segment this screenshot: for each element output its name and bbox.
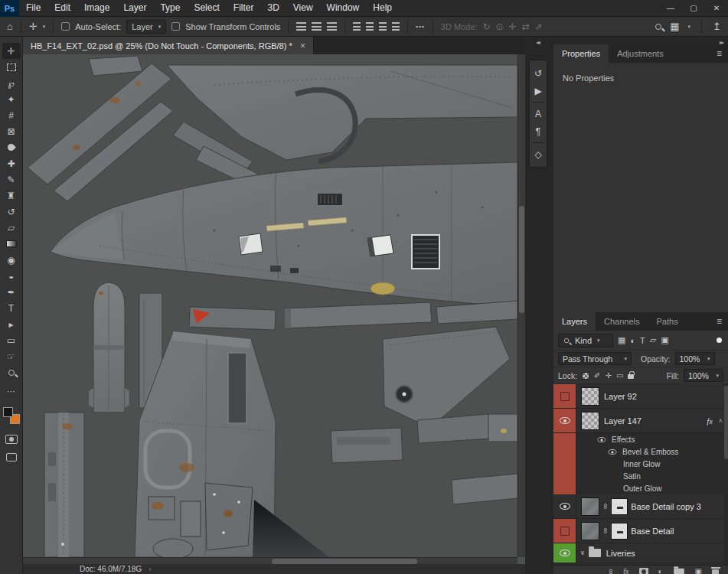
new-group-icon[interactable] [674,569,684,574]
filter-toggle-icon[interactable] [717,338,722,343]
clone-stamp-tool[interactable]: ♜ [2,188,21,204]
horizontal-scrollbar-thumb[interactable] [272,559,417,564]
visibility-gutter[interactable] [553,384,576,408]
filter-pixel-layers-icon[interactable]: ▦ [618,335,625,345]
distribute-bottom-icon[interactable] [379,22,387,31]
3d-panel-icon[interactable]: ◇ [530,145,547,163]
layer-thumbnail[interactable] [581,497,599,516]
visibility-off-icon[interactable] [560,392,570,401]
type-tool[interactable]: T [2,300,21,316]
menu-layer[interactable]: Layer [116,0,153,16]
layer-row[interactable]: Layer 147 fx ∧ [553,409,728,433]
group-name[interactable]: Liveries [606,549,635,558]
align-center-icon[interactable] [312,22,322,31]
fx-badge[interactable]: fx [707,416,713,426]
mask-link-icon[interactable]: ∞ [602,528,610,533]
tab-close-icon[interactable]: ✕ [300,42,306,50]
visibility-gutter[interactable] [553,543,576,563]
distribute-top-icon[interactable] [353,22,361,31]
visibility-off-icon[interactable] [560,527,570,536]
tool-preset-arrow-icon[interactable]: ▾ [43,24,46,30]
foreground-color-swatch[interactable] [3,407,13,417]
eye-icon[interactable] [560,503,570,510]
shape-tool[interactable]: ▭ [2,332,21,348]
brush-tool[interactable]: ✎ [2,171,21,188]
lock-position-icon[interactable]: ✛ [606,371,612,380]
align-left-icon[interactable] [296,22,306,31]
mask-thumbnail[interactable] [611,523,628,540]
maximize-button[interactable]: ▢ [682,0,705,16]
link-layers-icon[interactable]: ∞ [607,569,615,574]
share-icon[interactable]: ↥ [713,21,721,32]
menu-image[interactable]: Image [77,0,116,16]
marquee-tool[interactable] [2,59,21,75]
delete-layer-icon[interactable] [712,569,719,574]
home-icon[interactable]: ⌂ [7,21,13,32]
edit-toolbar-icon[interactable]: ⋯ [7,386,15,396]
distribute-middle-icon[interactable] [366,22,374,31]
visibility-gutter[interactable] [553,409,576,432]
filter-shape-layers-icon[interactable]: ▱ [650,335,656,345]
expand-group-icon[interactable]: ∨ [580,550,585,556]
lock-pixels-icon[interactable]: ✐ [594,371,600,380]
fill-dropdown[interactable]: 100% ▾ [684,369,723,382]
add-mask-icon[interactable] [639,568,648,574]
layer-name[interactable]: Base Detail copy 3 [631,502,701,511]
tab-layers[interactable]: Layers [553,312,596,331]
visibility-gutter[interactable] [553,494,576,518]
filter-type-layers-icon[interactable]: T [640,336,645,345]
dodge-tool[interactable]: ◒ [2,268,21,284]
group-row[interactable]: ∨ Liveries [553,543,728,563]
document-tab[interactable]: HB_F14_EXT_02.psd @ 25% (Do Not Touch - … [23,37,314,54]
layer-thumbnail[interactable] [581,522,599,540]
horizontal-scrollbar[interactable] [23,557,517,564]
effect-row[interactable]: Satin [553,470,728,482]
eraser-tool[interactable]: ▱ [2,220,21,236]
visibility-gutter[interactable] [553,519,576,543]
layer-thumbnail[interactable] [581,387,599,406]
tab-paths[interactable]: Paths [648,312,687,331]
eye-icon[interactable] [560,550,570,556]
mask-thumbnail[interactable] [611,498,628,515]
lock-transparency-icon[interactable] [582,372,589,380]
history-brush-tool[interactable]: ↺ [2,204,21,220]
layer-row[interactable]: Layer 92 [553,384,728,409]
filter-smart-objects-icon[interactable]: ▣ [661,335,668,345]
crop-tool[interactable]: # [2,107,21,123]
auto-select-dropdown[interactable]: Layer ▾ [126,20,166,34]
filter-kind-dropdown[interactable]: Kind ▾ [558,334,613,347]
collapse-icon-strip-icon[interactable]: ◂◂ [536,39,539,46]
character-panel-icon[interactable]: A [530,105,547,122]
effect-row[interactable]: Bevel & Emboss [553,445,728,458]
layers-scrollbar-thumb[interactable] [724,386,728,459]
distribute-horizontal-icon[interactable] [392,22,400,31]
workspace-chevron-icon[interactable]: ▾ [688,24,691,30]
adjustment-layer-icon[interactable]: ◐ [658,568,663,574]
history-panel-icon[interactable]: ↺ [530,64,547,82]
tab-properties[interactable]: Properties [553,44,609,63]
search-icon[interactable] [655,24,661,30]
filter-adjustment-layers-icon[interactable]: ◐ [630,336,635,345]
eyedropper-tool[interactable] [2,139,21,155]
3d-roll-icon[interactable]: ⊙ [496,21,504,32]
healing-brush-tool[interactable]: ✚ [2,155,21,171]
layers-scrollbar[interactable] [724,384,728,565]
tab-adjustments[interactable]: Adjustments [609,44,672,63]
menu-help[interactable]: Help [366,0,399,16]
3d-slide-icon[interactable]: ⇄ [522,21,530,32]
menu-select[interactable]: Select [187,0,226,16]
menu-type[interactable]: Type [153,0,187,16]
effect-name[interactable]: Satin [623,472,641,481]
new-layer-icon[interactable]: ▣ [695,568,702,574]
effect-name[interactable]: Outer Glow [623,484,662,493]
workspace-layout-icon[interactable]: ▦ [670,21,679,32]
zoom-tool[interactable] [2,364,21,380]
align-right-icon[interactable] [327,22,337,31]
layers-panel-menu-icon[interactable]: ≡ [710,312,728,331]
minimize-button[interactable]: — [659,0,682,16]
pen-tool[interactable]: ✒ [2,284,21,300]
3d-pan-icon[interactable]: ✛ [509,21,517,32]
menu-edit[interactable]: Edit [47,0,77,16]
effect-row[interactable]: Inner Glow [553,458,728,470]
menu-file[interactable]: File [19,0,47,16]
